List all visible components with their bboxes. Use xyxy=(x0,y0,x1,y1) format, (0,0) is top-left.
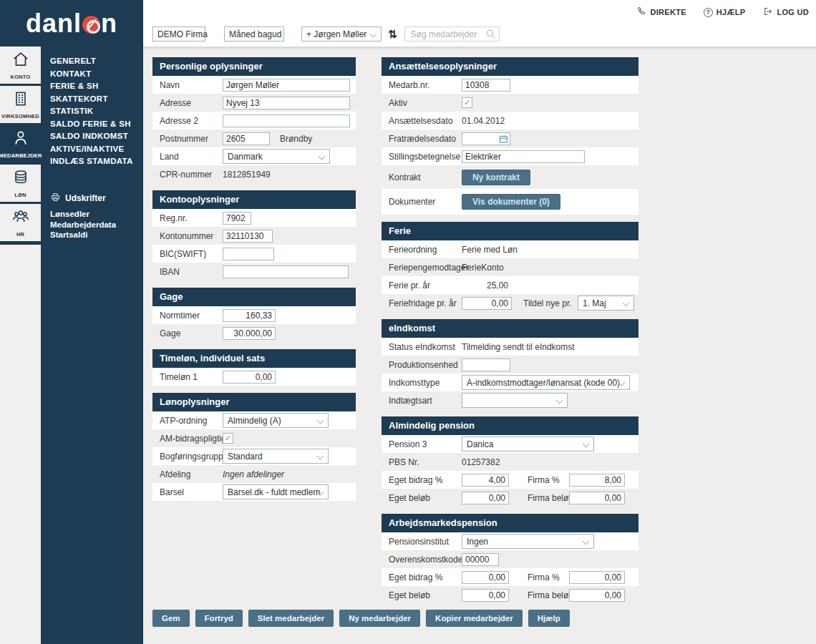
firmapct-input[interactable] xyxy=(569,474,625,487)
udskrifter-toggle[interactable]: Udskrifter xyxy=(50,192,116,205)
logud-link[interactable]: LOG UD xyxy=(762,6,809,18)
sidebar-prints-section: Udskrifter Lønsedler Medarbejderdata Sta… xyxy=(50,192,116,240)
amp-firmabelob-input[interactable] xyxy=(569,589,625,602)
panel-title: Arbejdsmarkedspension xyxy=(382,514,638,532)
amp-egetbidrag-input[interactable] xyxy=(462,571,509,584)
phone-icon xyxy=(636,6,646,18)
indkomsttype-select-value: A-indkomstmodtager/lønansat (kode 00) xyxy=(467,378,620,388)
land-row: LandDanmark xyxy=(152,147,356,165)
search-icon[interactable] xyxy=(485,29,496,42)
home-icon xyxy=(11,50,30,72)
iban-input[interactable] xyxy=(223,265,349,278)
sidebar-item-startsaldi[interactable]: Startsaldi xyxy=(50,230,116,240)
atp-select[interactable]: Almindelig (A) xyxy=(223,413,329,428)
fratraedelses-row: Fratrædelsesdato xyxy=(382,130,638,147)
period-select[interactable]: Måned bagud xyxy=(224,26,284,42)
rail-item-medarbejder[interactable]: MEDARBEJDER xyxy=(0,125,41,162)
adresse2-label: Adresse 2 xyxy=(160,116,223,126)
sidebar-item-generelt[interactable]: GENERELT xyxy=(50,55,133,68)
adresse2-input[interactable] xyxy=(223,114,350,127)
produktionsenhed-input[interactable] xyxy=(462,358,510,371)
company-select[interactable]: DEMO Firma xyxy=(152,26,205,42)
direkte-link[interactable]: DIREKTE xyxy=(636,6,686,18)
gem-button[interactable]: Gem xyxy=(152,610,190,627)
pensionsinstitut-select[interactable]: Ingen xyxy=(462,534,594,549)
panel-title: Timeløn, individuel sats xyxy=(152,349,356,368)
timelon1-input[interactable] xyxy=(223,371,276,384)
rail-item-konto[interactable]: KONTO xyxy=(0,47,41,84)
postnummer-label: Postnummer xyxy=(160,134,223,144)
bogforing-select[interactable]: Standard xyxy=(223,449,329,464)
sidebar-item-indlaes-stamdata[interactable]: INDLÆS STAMDATA xyxy=(50,155,133,168)
normtimer-input[interactable] xyxy=(223,309,276,322)
amp-firmapct-input[interactable] xyxy=(569,571,625,584)
vis-dokumenter-button[interactable]: Vis dokumenter (0) xyxy=(462,194,560,210)
sidebar-item-saldo-ferie[interactable]: SALDO FERIE & SH xyxy=(50,118,133,131)
egetbelob-input[interactable] xyxy=(462,492,509,504)
fortryd-button[interactable]: Fortryd xyxy=(195,610,243,627)
sidebar-item-statistik[interactable]: STATISTIK xyxy=(50,105,133,118)
sidebar-item-kontakt[interactable]: KONTAKT xyxy=(50,68,133,81)
hjaelp-link[interactable]: ? HJÆLP xyxy=(704,8,746,17)
sidebar-item-skattekort[interactable]: SKATTEKORT xyxy=(50,93,133,106)
egetbidrag-input[interactable] xyxy=(462,474,509,487)
indtaegtsart-select[interactable] xyxy=(462,393,568,408)
adresse-label: Adresse xyxy=(160,98,223,108)
indkomsttype-select[interactable]: A-indkomstmodtager/lønansat (kode 00) xyxy=(462,375,630,390)
aktiv-checkbox[interactable]: ✓ xyxy=(462,97,472,108)
gage-input[interactable] xyxy=(223,327,276,340)
footer-actions: Gem Fortryd Slet medarbejder Ny medarbej… xyxy=(152,610,570,627)
regnr-row: Reg.nr. xyxy=(152,209,356,227)
slet-medarbejder-button[interactable]: Slet medarbejder xyxy=(248,610,334,627)
rail-item-lon[interactable]: LØN xyxy=(0,165,41,202)
hjaelp-button[interactable]: Hjælp xyxy=(528,610,570,627)
ny-medarbejder-button[interactable]: Ny medarbejder xyxy=(339,610,420,627)
panel-ansattelsesoplysninger: Ansættelsesoplysninger Medarb.nr. Aktiv✓… xyxy=(382,57,638,215)
sort-icon[interactable]: ⇅ xyxy=(388,28,397,41)
am-checkbox[interactable]: ✓ xyxy=(223,433,233,444)
tildel-select[interactable]: 1. Maj xyxy=(578,296,634,311)
firmabelob-input[interactable] xyxy=(569,492,625,504)
adresse-input[interactable] xyxy=(223,97,350,109)
sidebar-item-aktive-inaktive[interactable]: AKTIVE/INAKTIVE xyxy=(50,143,133,156)
sidebar-item-ferie-sh[interactable]: FERIE & SH xyxy=(50,80,133,93)
land-select[interactable]: Danmark xyxy=(223,149,330,164)
firmabelob-label: Firma beløb xyxy=(528,493,569,503)
pension3-select-value: Danica xyxy=(467,439,493,449)
rail-item-virksomhed[interactable]: VIRKSOMHED xyxy=(0,86,41,123)
sidebar-item-saldo-indkomst[interactable]: SALDO INDKOMST xyxy=(50,130,133,143)
stilling-input[interactable] xyxy=(462,150,585,163)
period-select-value: Måned bagud xyxy=(229,29,281,39)
aktiv-row: Aktiv✓ xyxy=(382,94,638,112)
postnummer-input[interactable] xyxy=(223,132,270,145)
pension-bidrag-row: Eget bidrag %Firma % xyxy=(382,471,638,489)
overenskomstkode-input[interactable] xyxy=(462,553,499,566)
regnr-input[interactable] xyxy=(223,212,251,225)
barsel-select[interactable]: Barsel.dk - fuldt medlem xyxy=(223,484,329,499)
rail-item-hr[interactable]: HR xyxy=(0,204,41,241)
afdeling-value: Ingen afdelinger xyxy=(223,469,284,479)
afdeling-row: AfdelingIngen afdelinger xyxy=(152,465,356,483)
feriefridage-input[interactable] xyxy=(462,297,512,310)
panel-title: Lønoplysninger xyxy=(152,393,356,411)
amp-firmapct-label: Firma % xyxy=(528,572,569,582)
pension3-select[interactable]: Danica xyxy=(462,436,594,452)
ny-kontrakt-button[interactable]: Ny kontrakt xyxy=(462,170,530,185)
kopier-medarbejder-button[interactable]: Kopier medarbejder xyxy=(426,610,523,627)
nav-rail: KONTO VIRKSOMHED MEDARBEJDER LØN HR xyxy=(0,0,41,644)
sidebar-item-medarbejderdata[interactable]: Medarbejderdata xyxy=(50,220,116,230)
panel-title: Ferie xyxy=(382,222,638,240)
danlon-logo[interactable]: danln xyxy=(26,11,117,36)
people-icon xyxy=(11,208,30,229)
indkomsttype-row: IndkomsttypeA-indkomstmodtager/lønansat … xyxy=(382,374,638,391)
sidebar-item-lonsedler[interactable]: Lønsedler xyxy=(50,209,116,220)
employee-select[interactable]: + Jørgen Møller xyxy=(301,26,382,42)
medarbnr-input[interactable] xyxy=(462,79,510,92)
direkte-label: DIREKTE xyxy=(650,8,686,16)
amp-egetbelob-input[interactable] xyxy=(462,589,509,602)
ferie-pr-ar-label: Ferie pr. år xyxy=(389,280,462,291)
indtaegtsart-row: Indtægtsart xyxy=(382,391,638,409)
bic-input[interactable] xyxy=(223,248,274,260)
kontonummer-input[interactable] xyxy=(223,230,273,243)
navn-input[interactable] xyxy=(223,79,350,92)
